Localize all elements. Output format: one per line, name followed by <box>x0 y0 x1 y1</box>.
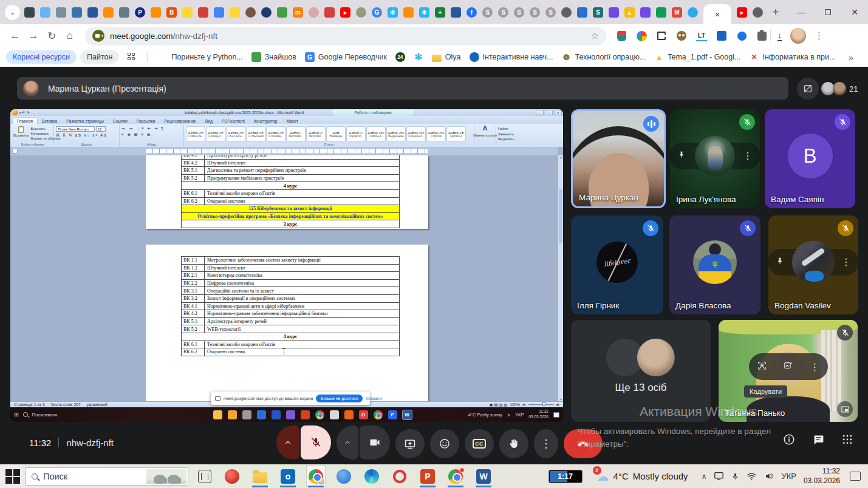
colorful-extension-icon[interactable] <box>637 31 647 41</box>
taskbar-app-redapp[interactable] <box>222 465 242 487</box>
participant-tile-4[interactable]: lifeloverІлля Гірник <box>571 215 663 314</box>
camera-options-button[interactable] <box>337 425 358 459</box>
wifi-icon[interactable] <box>747 472 757 481</box>
tab-favicon[interactable] <box>451 7 461 18</box>
tab-favicon[interactable]: ✻ <box>388 7 398 18</box>
bookmark-star-icon[interactable]: ☆ <box>591 30 599 41</box>
crop-icon[interactable] <box>757 361 767 373</box>
apps-grid-icon[interactable] <box>128 53 136 61</box>
participant-tile-3[interactable]: ВВадим Саяпін <box>765 109 855 208</box>
new-tab-button[interactable]: + <box>768 4 784 20</box>
tab-favicon[interactable]: G <box>372 7 382 18</box>
blue-extension-icon[interactable] <box>717 31 726 41</box>
bookmark-book[interactable]: Знайшов <box>247 52 301 62</box>
tile-controls[interactable]: ⋮ <box>749 353 828 380</box>
taskbar-app-chrome2[interactable] <box>446 465 465 487</box>
tab-favicon[interactable]: S <box>530 7 540 18</box>
tab-favicon[interactable] <box>182 7 193 18</box>
tile-menu-icon[interactable]: ⋮ <box>841 256 851 268</box>
bookmark-circle[interactable]: Інтерактивне навч... <box>465 52 558 62</box>
taskbar-app-chrome[interactable] <box>306 465 326 487</box>
participant-tile-5[interactable]: ψДарія Власова <box>669 215 760 314</box>
tab-favicon[interactable]: M <box>672 7 682 18</box>
tab-favicon[interactable]: P <box>135 7 145 18</box>
browser-menu-icon[interactable]: ⋮ <box>815 30 824 41</box>
tab-favicon[interactable]: S <box>514 7 524 18</box>
tab-favicon[interactable]: S <box>545 7 556 18</box>
info-panel-button[interactable] <box>782 433 796 449</box>
mic-tray-icon[interactable] <box>731 472 739 481</box>
participant-tile-1[interactable]: Марина Цуркан <box>571 109 666 208</box>
tab-favicon[interactable]: ▸ <box>340 7 350 18</box>
bookmark-folder-python[interactable]: Пайтон <box>80 50 119 64</box>
bookmark-drive[interactable]: ▲Tema_1.pdf - Googl... <box>650 52 745 62</box>
tab-favicon[interactable] <box>72 7 82 18</box>
volume-icon[interactable] <box>764 472 774 481</box>
tray-expand-icon[interactable]: ∧ <box>702 472 707 481</box>
bookmark-badge24[interactable]: 24 <box>391 52 409 62</box>
tab-favicon[interactable] <box>40 7 50 18</box>
taskbar-app-edge[interactable] <box>362 465 381 487</box>
tab-favicon[interactable]: m <box>293 7 303 18</box>
battery-timer-widget[interactable]: 1:17 <box>548 470 583 483</box>
bookmark-flower[interactable]: ❁Технології опрацю... <box>558 52 651 62</box>
tab-favicon[interactable] <box>753 7 763 18</box>
effects-icon[interactable] <box>783 361 793 373</box>
tab-favicon[interactable] <box>198 7 208 18</box>
task-view-button[interactable] <box>198 470 211 483</box>
camera-toggle-button[interactable] <box>360 425 390 459</box>
tile-menu-icon[interactable]: ⋮ <box>743 150 753 161</box>
tab-favicon[interactable]: S <box>593 7 603 18</box>
dot-extension-icon[interactable] <box>737 32 747 41</box>
adblock-extension-icon[interactable] <box>617 31 626 41</box>
taskbar-search[interactable]: Поиск <box>26 467 188 486</box>
address-bar[interactable]: meet.google.com/nhw-dzfj-nft ☆ <box>85 27 606 46</box>
tab-favicon[interactable] <box>577 7 587 18</box>
tab-favicon[interactable] <box>356 7 366 18</box>
bookmark-folder-resources[interactable]: Корисні ресурси <box>6 50 77 64</box>
tab-favicon[interactable]: f <box>466 7 477 18</box>
language-indicator[interactable]: УКР <box>781 472 796 481</box>
tab-favicon[interactable]: B <box>166 7 177 18</box>
tab-favicon[interactable] <box>688 7 698 18</box>
action-center-icon[interactable] <box>850 472 861 481</box>
tab-favicon[interactable] <box>24 7 35 18</box>
captions-button[interactable]: CC <box>465 429 494 458</box>
tab-favicon[interactable] <box>309 7 319 18</box>
tab-favicon[interactable]: ▸ <box>737 7 747 18</box>
tab-favicon[interactable] <box>609 7 619 18</box>
tab-favicon[interactable] <box>56 7 66 18</box>
maximize-button[interactable] <box>815 0 841 24</box>
taskbar-clock[interactable]: 11:32 03.03.2026 <box>804 467 840 486</box>
tab-favicon[interactable] <box>640 7 651 18</box>
layout-toggle-button[interactable] <box>797 78 819 100</box>
bookmark-translate[interactable]: GGoogle Переводчик <box>301 52 391 62</box>
screenshot-extension-icon[interactable] <box>657 32 666 40</box>
participants-count-button[interactable]: 21 <box>821 78 858 100</box>
participant-tile-2[interactable]: ⋮Ірина Лук'янова <box>670 109 760 208</box>
more-options-button[interactable]: ⋮ <box>534 429 558 458</box>
mic-options-button[interactable] <box>276 425 299 459</box>
tab-favicon[interactable] <box>103 7 114 18</box>
tab-favicon[interactable]: ▲ <box>624 7 635 18</box>
reactions-button[interactable] <box>430 429 459 458</box>
tab-favicon[interactable] <box>324 7 335 18</box>
taskbar-app-opera[interactable] <box>390 465 409 487</box>
tab-favicon[interactable]: + <box>435 7 445 18</box>
extensions-puzzle-icon[interactable] <box>757 32 767 41</box>
pin-icon[interactable] <box>776 257 784 268</box>
back-icon[interactable]: ← <box>6 30 24 42</box>
chat-panel-button[interactable] <box>812 433 825 449</box>
minimize-button[interactable]: — <box>788 0 815 24</box>
bookmark-folder[interactable]: Olya <box>428 53 465 62</box>
pip-button[interactable] <box>837 401 853 417</box>
present-button[interactable] <box>395 429 425 458</box>
taskbar-app-explorer[interactable] <box>250 465 270 487</box>
activities-button[interactable] <box>841 433 853 448</box>
mic-toggle-button[interactable] <box>301 425 331 459</box>
tab-favicon[interactable] <box>403 7 414 18</box>
forward-icon[interactable]: → <box>24 30 43 42</box>
weather-widget[interactable]: ☁2 4°C Mostly cloudy <box>597 469 688 484</box>
close-button[interactable]: ✕ <box>841 0 868 24</box>
participant-tile-6[interactable]: ⋮Bogdan Vasilev <box>768 215 858 314</box>
